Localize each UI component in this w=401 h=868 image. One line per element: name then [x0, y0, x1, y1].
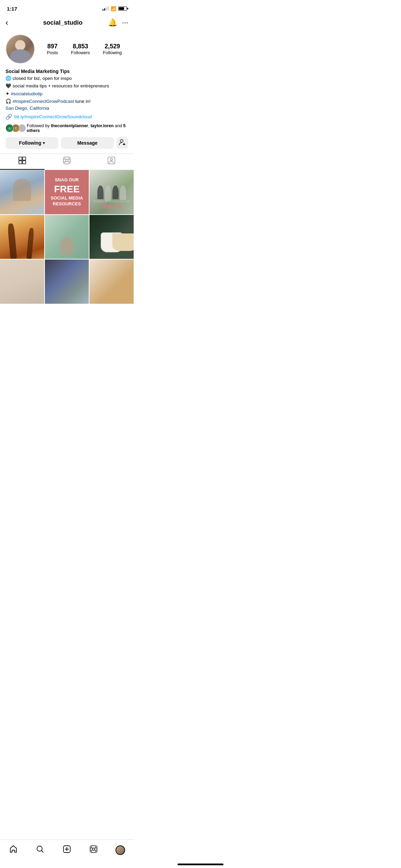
- promo-line-4: RESOURCES: [51, 201, 83, 207]
- status-icons: 📶: [102, 6, 127, 11]
- signal-icon: [102, 7, 109, 11]
- reels-icon: [63, 156, 71, 167]
- svg-rect-4: [23, 161, 26, 164]
- svg-point-8: [69, 158, 70, 159]
- svg-point-9: [64, 162, 65, 163]
- posts-stat[interactable]: 897 Posts: [47, 43, 58, 55]
- following-chevron-icon: ▾: [43, 141, 45, 145]
- status-bar: 1:17 📶: [0, 0, 134, 15]
- follower-avatar-1: C: [5, 124, 14, 132]
- posts-label: Posts: [47, 50, 58, 55]
- following-count: 2,529: [105, 43, 120, 50]
- notification-bell-icon[interactable]: 🔔: [108, 18, 117, 27]
- svg-rect-2: [23, 157, 26, 160]
- photo-grid: SNAG OUR FREE SOCIAL MEDIA RESOURCES #In…: [0, 170, 134, 304]
- profile-location[interactable]: San Diego, California: [5, 106, 128, 111]
- following-stat[interactable]: 2,529 Following: [103, 43, 122, 55]
- wifi-icon: 📶: [111, 6, 116, 11]
- profile-top: 897 Posts 8,853 Followers 2,529 Followin…: [5, 34, 128, 64]
- followed-by-row: C T Followed by thecontentplanner, taylo…: [5, 123, 128, 133]
- grid-item-8[interactable]: [45, 260, 89, 304]
- svg-point-0: [120, 140, 123, 142]
- followers-label: Followers: [71, 50, 90, 55]
- external-link[interactable]: bit.ly/InspireConnectGrowSoundcloud: [14, 114, 92, 119]
- promo-line-1: SNAG OUR: [51, 177, 83, 183]
- follower-avatar-stack: C T: [5, 124, 24, 132]
- stats-row: 897 Posts 8,853 Followers 2,529 Followin…: [40, 43, 128, 55]
- grid-item-6[interactable]: [89, 215, 134, 259]
- svg-point-10: [69, 162, 70, 163]
- add-person-button[interactable]: [117, 137, 128, 149]
- followers-count: 8,853: [73, 43, 88, 50]
- promo-line-2: FREE: [51, 183, 83, 195]
- svg-point-7: [64, 158, 65, 159]
- grid-item-7[interactable]: [0, 260, 44, 304]
- header-username: social_studio: [43, 19, 83, 26]
- grid-item-9[interactable]: [89, 260, 134, 304]
- profile-section: 897 Posts 8,853 Followers 2,529 Followin…: [0, 32, 134, 64]
- link-chain-icon: 🔗: [5, 113, 12, 120]
- svg-rect-3: [19, 161, 22, 164]
- add-person-icon: [119, 139, 126, 147]
- svg-point-14: [110, 158, 112, 160]
- following-label: Following: [103, 50, 122, 55]
- profile-display-name: Social Media Marketing Tips: [5, 69, 128, 74]
- bio-section: Social Media Marketing Tips 🌐 closed for…: [0, 69, 134, 133]
- grid-item-4[interactable]: [0, 215, 44, 259]
- grid-item-2[interactable]: SNAG OUR FREE SOCIAL MEDIA RESOURCES: [45, 170, 89, 214]
- back-button[interactable]: ‹: [5, 18, 18, 27]
- promo-line-3: SOCIAL MEDIA: [51, 195, 83, 201]
- content-tab-bar: [0, 154, 134, 170]
- svg-rect-1: [19, 157, 22, 160]
- bio-line-4: 🎧 #InspireConnectGrowPodcast tune in!: [5, 98, 128, 105]
- more-options-icon[interactable]: ···: [122, 18, 128, 27]
- grid-item-5[interactable]: [45, 215, 89, 259]
- status-time: 1:17: [7, 6, 17, 12]
- header-actions: 🔔 ···: [108, 18, 128, 27]
- bio-line-3: ✦ #socialstudiotip: [5, 91, 128, 97]
- hashtag-socialstudiotip[interactable]: #socialstudiotip: [11, 91, 42, 96]
- tab-grid[interactable]: [0, 154, 45, 170]
- tab-reels[interactable]: [45, 154, 89, 170]
- tagged-icon: [107, 156, 116, 167]
- followed-by-text: Followed by thecontentplanner, taylor.lo…: [27, 123, 128, 133]
- bio-line-2: 🖤 social media tips + resources for entr…: [5, 83, 128, 89]
- external-link-row: 🔗 bit.ly/InspireConnectGrowSoundcloud: [5, 113, 128, 120]
- action-buttons: Following ▾ Message: [0, 137, 134, 149]
- grid-item-3[interactable]: #InspireConnectGrow lives on: [89, 170, 134, 214]
- profile-avatar[interactable]: [5, 34, 35, 64]
- hashtag-podcast[interactable]: #InspireConnectGrowPodcast: [13, 99, 74, 104]
- following-button[interactable]: Following ▾: [5, 137, 58, 149]
- tab-tagged[interactable]: [89, 154, 134, 170]
- following-button-label: Following: [19, 140, 41, 146]
- posts-count: 897: [47, 43, 58, 50]
- battery-icon: [118, 7, 127, 11]
- grid-icon: [18, 156, 26, 167]
- grid-item-1[interactable]: [0, 170, 44, 214]
- bio-line-1: 🌐 closed for biz, open for inspo: [5, 75, 128, 82]
- message-button[interactable]: Message: [61, 137, 114, 149]
- header: ‹ social_studio 🔔 ···: [0, 15, 134, 32]
- followers-stat[interactable]: 8,853 Followers: [71, 43, 90, 55]
